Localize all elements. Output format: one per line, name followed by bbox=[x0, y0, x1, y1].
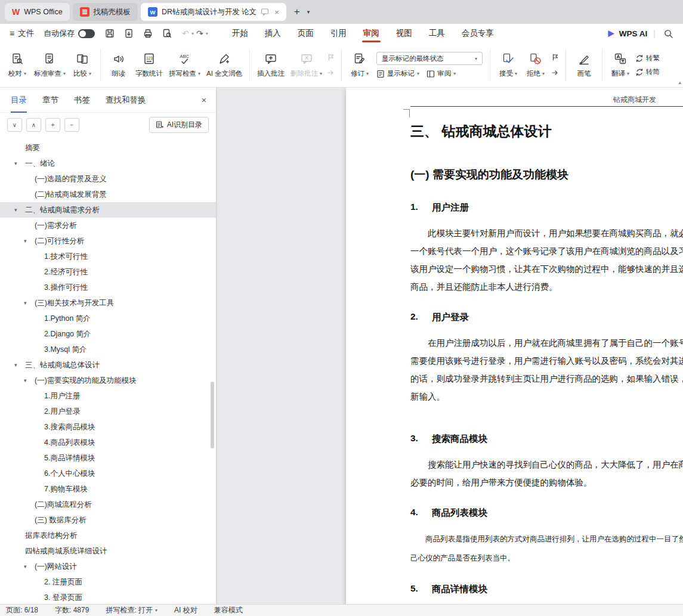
outline-item[interactable]: ▾ 1.Python 简介 bbox=[0, 311, 216, 326]
menu-tab-start[interactable]: 开始 bbox=[224, 24, 256, 43]
undo-caret-icon[interactable]: ▾ bbox=[191, 31, 194, 36]
outline-item[interactable]: ▾ 2.用户登录 bbox=[0, 404, 216, 419]
outline-item[interactable]: ▾ 3.搜索商品模块 bbox=[0, 419, 216, 435]
track-changes-button[interactable]: 修订▾ bbox=[346, 46, 373, 84]
standard-review-button[interactable]: 标准审查▾ bbox=[31, 46, 69, 84]
pane-tab-chapter[interactable]: 章节 bbox=[42, 88, 58, 113]
outline-item[interactable]: ▾ 5.商品详情模块 bbox=[0, 450, 216, 466]
outline-item[interactable]: ▾ 二、钻戒商城需求分析 bbox=[0, 202, 216, 218]
wps-ai-button[interactable]: WPS AI bbox=[607, 29, 648, 38]
page-indicator[interactable]: 页面: 6/18 bbox=[6, 605, 38, 615]
proofread-button[interactable]: 校对▾ bbox=[4, 46, 31, 84]
search-button[interactable] bbox=[662, 27, 675, 40]
pen-button[interactable]: 画笔 bbox=[570, 46, 598, 84]
export-button[interactable] bbox=[122, 27, 135, 40]
outline-item[interactable]: ▾ 3.操作可行性 bbox=[0, 280, 216, 295]
previous-change-icon[interactable] bbox=[551, 53, 560, 61]
outline-item[interactable]: ▾ (一)网站设计 bbox=[0, 559, 216, 574]
collapse-arrow-icon[interactable]: ▾ bbox=[24, 238, 35, 244]
outline-item[interactable]: ▾ 1.技术可行性 bbox=[0, 249, 216, 264]
menu-tab-review[interactable]: 审阅 bbox=[355, 24, 388, 43]
print-button[interactable] bbox=[141, 27, 154, 40]
tab-list-icon[interactable]: ▾ bbox=[305, 9, 313, 15]
tab-current-doc[interactable]: W DR钻戒商城设计与开发 论文 × bbox=[141, 3, 286, 21]
outline-item[interactable]: ▾ (三)相关技术与开发工具 bbox=[0, 295, 216, 311]
outline-item[interactable]: ▾ 摘要 bbox=[0, 140, 216, 156]
outline-item[interactable]: ▾ (二)可行性分析 bbox=[0, 233, 216, 249]
reject-change-button[interactable]: 拒绝▾ bbox=[522, 46, 549, 84]
pane-tab-find-replace[interactable]: 查找和替换 bbox=[106, 88, 146, 113]
ai-polish-button[interactable]: AI 全文润色 bbox=[203, 46, 245, 84]
pane-tab-bookmark[interactable]: 书签 bbox=[74, 88, 90, 113]
menu-tab-insert[interactable]: 插入 bbox=[256, 24, 289, 43]
zoom-out-outline-button[interactable]: − bbox=[64, 118, 79, 132]
outline-item[interactable]: ▾ 6.个人中心模块 bbox=[0, 466, 216, 481]
menu-tab-member[interactable]: 会员专享 bbox=[453, 24, 502, 43]
outline-item[interactable]: ▾ (一)需求分析 bbox=[0, 218, 216, 233]
to-traditional-button[interactable]: 转繁 bbox=[635, 54, 660, 63]
save-button[interactable] bbox=[103, 27, 116, 40]
outline-item[interactable]: ▾ 3. 登录页面 bbox=[0, 590, 216, 604]
outline-item[interactable]: ▾ (二)钻戒商城发展背景 bbox=[0, 187, 216, 202]
ai-recognize-toc-button[interactable]: AI识别目录 bbox=[149, 117, 209, 133]
next-change-icon[interactable] bbox=[551, 69, 560, 77]
collapse-arrow-icon[interactable]: ▾ bbox=[14, 207, 25, 213]
new-tab-button[interactable]: + bbox=[289, 6, 305, 18]
zoom-in-outline-button[interactable]: + bbox=[45, 118, 60, 132]
outline-item[interactable]: ▾ 据库表结构分析 bbox=[0, 528, 216, 543]
undo-button[interactable]: ↶ bbox=[181, 29, 190, 38]
review-pane-button[interactable]: 审阅 ▾ bbox=[427, 69, 456, 78]
outline-item[interactable]: ▾ 三、钻戒商城总体设计 bbox=[0, 357, 216, 373]
word-count-button[interactable]: 123 字数统计 bbox=[132, 46, 166, 84]
redo-caret-icon[interactable]: ▾ bbox=[206, 31, 208, 36]
collapse-ribbon-icon[interactable]: ▴ bbox=[678, 79, 681, 85]
close-tab-icon[interactable]: × bbox=[274, 8, 279, 17]
translate-button[interactable]: 翻译▾ bbox=[607, 46, 634, 84]
ai-proofread-indicator[interactable]: AI 校对 bbox=[174, 605, 197, 615]
outline-item[interactable]: ▾ 4.商品列表模块 bbox=[0, 435, 216, 450]
autosave-toggle[interactable] bbox=[78, 29, 95, 38]
to-simplified-button[interactable]: 转简 bbox=[635, 67, 660, 76]
outline-item[interactable]: ▾ 7.购物车模块 bbox=[0, 481, 216, 497]
expand-all-button[interactable]: ∨ bbox=[7, 118, 22, 132]
collapse-arrow-icon[interactable]: ▾ bbox=[24, 300, 35, 306]
spellcheck-indicator[interactable]: 拼写检查: 打开 ▾ bbox=[106, 605, 157, 615]
outline-item[interactable]: ▾ 2. 注册页面 bbox=[0, 574, 216, 590]
collapse-arrow-icon[interactable]: ▾ bbox=[14, 160, 25, 166]
outline-item[interactable]: ▾ (一)选题的背景及意义 bbox=[0, 171, 216, 187]
outline-item[interactable]: ▾ (二)商城流程分析 bbox=[0, 497, 216, 512]
redo-button[interactable]: ↷ bbox=[195, 29, 205, 38]
sidebar-scrollbar[interactable] bbox=[211, 382, 214, 448]
markup-state-select[interactable]: 显示标记的最终状态 ▾ bbox=[376, 52, 483, 65]
document-page[interactable]: 钻戒商城开发 三、 钻戒商城总体设计 (一) 需要实现的功能及功能模块 1. 用… bbox=[346, 88, 683, 604]
insert-comment-button[interactable]: 插入批注 bbox=[254, 46, 288, 84]
tab-template-doc[interactable]: 找稿壳模板 bbox=[73, 3, 138, 21]
menu-tab-tools[interactable]: 工具 bbox=[421, 24, 453, 43]
collapse-arrow-icon[interactable]: ▾ bbox=[24, 377, 35, 383]
tab-wps-office[interactable]: W WPS Office bbox=[5, 3, 70, 21]
print-preview-button[interactable] bbox=[160, 27, 174, 40]
compare-button[interactable]: 比较▾ bbox=[69, 46, 96, 84]
pane-tab-catalog[interactable]: 目录 bbox=[11, 88, 27, 113]
close-pane-icon[interactable]: × bbox=[202, 88, 206, 113]
outline-item[interactable]: ▾ 2.Django 简介 bbox=[0, 326, 216, 342]
accept-change-button[interactable]: 接受▾ bbox=[495, 46, 522, 84]
menu-tab-view[interactable]: 视图 bbox=[388, 24, 421, 43]
collapse-all-button[interactable]: ∧ bbox=[26, 118, 41, 132]
outline-item[interactable]: ▾ 四钻戒商城系统详细设计 bbox=[0, 543, 216, 559]
show-markup-button[interactable]: 显示标记 ▾ bbox=[376, 69, 419, 78]
outline-item[interactable]: ▾ (一)需要实现的功能及功能模块 bbox=[0, 373, 216, 388]
read-aloud-button[interactable]: 朗读 bbox=[105, 46, 132, 84]
collapse-arrow-icon[interactable]: ▾ bbox=[14, 362, 25, 368]
spell-check-button[interactable]: ABC 拼写检查▾ bbox=[166, 46, 203, 84]
outline-item[interactable]: ▾ 1.用户注册 bbox=[0, 388, 216, 404]
outline-item[interactable]: ▾ 3.Mysql 简介 bbox=[0, 342, 216, 357]
file-menu-button[interactable]: ≡ 文件 bbox=[6, 28, 38, 39]
menu-tab-page[interactable]: 页面 bbox=[289, 24, 322, 43]
collapse-arrow-icon[interactable]: ▾ bbox=[24, 564, 35, 569]
outline-item[interactable]: ▾ 一、绪论 bbox=[0, 156, 216, 171]
outline-item[interactable]: ▾ (三) 数据库分析 bbox=[0, 512, 216, 528]
word-count-indicator[interactable]: 字数: 4879 bbox=[55, 605, 89, 615]
outline-item[interactable]: ▾ 2.经济可行性 bbox=[0, 264, 216, 280]
menu-tab-reference[interactable]: 引用 bbox=[322, 24, 355, 43]
